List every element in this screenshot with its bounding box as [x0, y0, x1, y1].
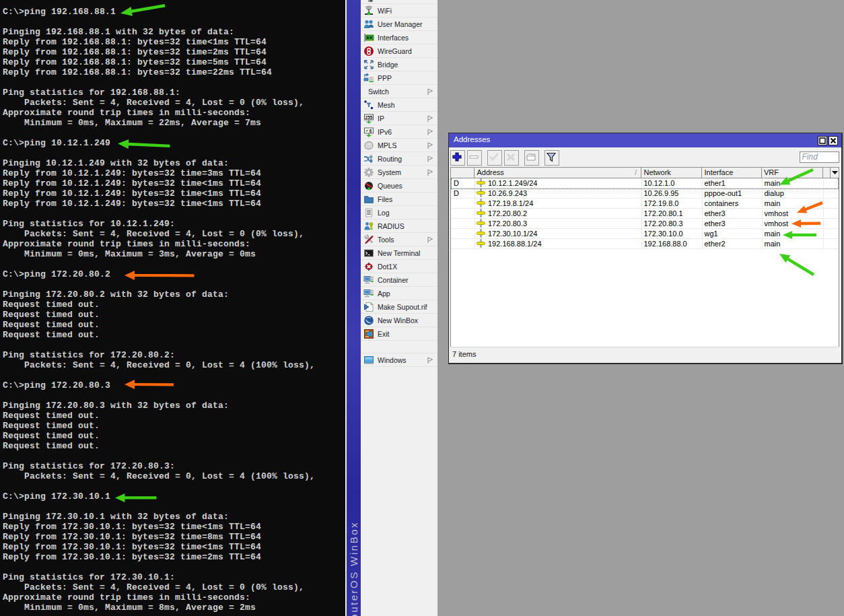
svg-text:6: 6: [370, 129, 372, 133]
svg-text:255: 255: [365, 115, 373, 120]
